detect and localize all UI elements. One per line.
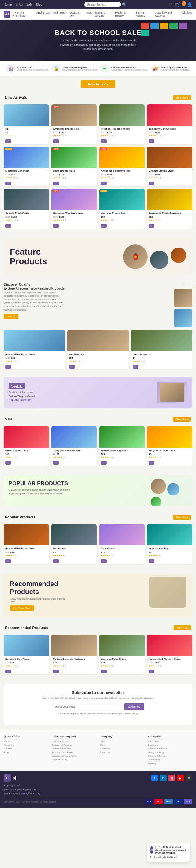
add-to-cart-button[interactable]: 🛒 xyxy=(53,182,59,185)
add-to-cart-button[interactable]: 🛒 xyxy=(132,365,139,369)
search-button[interactable]: 🔍 xyxy=(122,2,127,7)
add-to-cart-button[interactable]: 🛒 xyxy=(5,140,11,143)
wishlist-button[interactable]: ♡ xyxy=(93,148,95,151)
cat-sports[interactable]: Sports & Leisure xyxy=(94,11,112,17)
footer-link[interactable]: Blog xyxy=(100,744,144,746)
wishlist-icon[interactable]: ♡ xyxy=(169,2,173,7)
cart-icon[interactable]: 🛒2 xyxy=(175,2,185,7)
add-to-cart-button[interactable]: 🛒 xyxy=(149,140,154,143)
wishlist-button[interactable]: ♡ xyxy=(45,190,48,193)
footer-link[interactable]: Spaces & Leisure xyxy=(148,755,192,757)
footer-link[interactable]: Bedroom xyxy=(148,744,192,746)
add-to-cart-button[interactable]: 🛒 xyxy=(101,559,107,563)
cat-clothing[interactable]: Clothing xyxy=(182,11,192,17)
add-to-cart-button[interactable]: 🛒 xyxy=(149,224,154,227)
view-all-button[interactable]: View All xyxy=(4,314,18,319)
add-to-cart-button[interactable]: 🛒 xyxy=(5,461,11,465)
wishlist-button[interactable]: ♡ xyxy=(45,427,48,431)
add-to-cart-button[interactable]: 🛒 xyxy=(101,224,107,227)
wishlist-button[interactable]: ♡ xyxy=(188,525,191,529)
footer-link[interactable]: Lighting xyxy=(148,762,192,765)
sale-see-more[interactable]: See More xyxy=(173,417,191,422)
popular-see-more[interactable]: See More xyxy=(173,515,191,520)
wishlist-button[interactable]: ♡ xyxy=(93,106,95,109)
recommended-get-btn[interactable]: Get Them Now! xyxy=(10,606,34,611)
footer-link[interactable]: Warranty & Conditions xyxy=(52,755,96,757)
cat-technology[interactable]: Technology xyxy=(53,11,67,17)
wishlist-button[interactable]: ♡ xyxy=(141,190,143,193)
add-to-cart-button[interactable]: 🛒 xyxy=(5,182,11,185)
footer-link[interactable]: Warranty xyxy=(100,747,144,750)
cat-deals[interactable]: Deals & DIY xyxy=(70,11,83,17)
footer-link[interactable]: Terms & Conditions xyxy=(52,751,96,754)
add-to-cart-button[interactable]: 🛒 xyxy=(101,140,107,143)
discover-wishlist[interactable]: ♡ xyxy=(174,283,192,287)
cat-toys[interactable]: Toys xyxy=(86,11,91,17)
add-to-cart-button[interactable]: 🛒 xyxy=(53,461,59,465)
wishlist-button[interactable]: ♡ xyxy=(125,331,127,335)
add-to-cart-button[interactable]: 🛒 xyxy=(53,670,59,673)
social-youtube-icon[interactable]: ▶ xyxy=(177,775,184,781)
wishlist-button[interactable]: ♡ xyxy=(188,106,191,109)
newsletter-subscribe-button[interactable]: Subscribe xyxy=(124,703,144,710)
account-icon[interactable]: 👤 xyxy=(187,2,192,7)
nav-blog[interactable]: Blog xyxy=(36,3,42,6)
footer-link[interactable]: Technology xyxy=(148,758,192,761)
add-to-cart-button[interactable]: 🛒 xyxy=(149,670,154,673)
cat-health[interactable]: Health & Beauty xyxy=(115,11,132,17)
wishlist-button[interactable]: ♡ xyxy=(61,331,64,335)
newsletter-email-input[interactable] xyxy=(52,703,122,710)
add-to-cart-button[interactable]: 🛒 xyxy=(5,224,11,227)
footer-link[interactable]: Delivery & Returns xyxy=(52,744,96,746)
add-to-cart-button[interactable]: 🛒 xyxy=(53,140,59,143)
footer-link[interactable]: Privacy Policy xyxy=(52,758,96,761)
social-linkedin-icon[interactable]: in xyxy=(160,775,167,781)
wishlist-button[interactable]: ♡ xyxy=(93,190,95,193)
add-to-cart-button[interactable]: 🛒 xyxy=(101,182,107,185)
add-to-cart-button[interactable]: 🛒 xyxy=(101,670,107,673)
cat-jewellery[interactable]: Jewellery and watches xyxy=(155,11,179,17)
footer-link[interactable]: Garden & Leisure xyxy=(148,747,192,750)
footer-link[interactable]: About Us xyxy=(100,751,144,754)
new-arrivals-see-more[interactable]: See More xyxy=(173,95,191,100)
cat-appliances[interactable]: Appliances xyxy=(36,11,50,17)
wishlist-button[interactable]: ♡ xyxy=(188,636,191,639)
wishlist-button[interactable]: ♡ xyxy=(141,427,143,431)
add-to-cart-button[interactable]: 🛒 xyxy=(53,224,59,227)
add-to-cart-button[interactable]: 🛒 xyxy=(149,182,154,185)
social-instagram-icon[interactable]: ig xyxy=(168,775,175,781)
wishlist-button[interactable]: ♡ xyxy=(93,427,95,431)
footer-link[interactable]: Living & Dining xyxy=(148,751,192,754)
wishlist-button[interactable]: ♡ xyxy=(141,636,143,639)
footer-link[interactable]: Blog xyxy=(4,751,48,754)
new-arrivals-button[interactable]: New Arrivals xyxy=(81,81,115,88)
wishlist-button[interactable]: ♡ xyxy=(141,525,143,529)
nav-sale[interactable]: Sale xyxy=(26,3,33,6)
footer-link[interactable]: Orders & Returns xyxy=(52,747,96,750)
cat-baby[interactable]: Baby & Nursery xyxy=(135,11,152,17)
add-to-cart-button[interactable]: 🛒 xyxy=(149,559,154,563)
wishlist-button[interactable]: ♡ xyxy=(93,636,95,639)
wishlist-button[interactable]: ♡ xyxy=(141,106,143,109)
wishlist-button[interactable]: ♡ xyxy=(188,427,191,431)
footer-link[interactable]: Payment Types xyxy=(52,740,96,743)
wishlist-button[interactable]: ♡ xyxy=(141,148,143,151)
footer-link[interactable]: Home xyxy=(4,740,48,743)
nav-home[interactable]: Home xyxy=(4,3,12,6)
footer-link[interactable]: FAQ xyxy=(100,740,144,743)
add-to-cart-button[interactable]: 🛒 xyxy=(149,461,154,465)
social-facebook-icon[interactable]: f xyxy=(151,775,158,781)
wishlist-button[interactable]: ♡ xyxy=(45,148,48,151)
wishlist-button[interactable]: ♡ xyxy=(188,148,191,151)
add-to-cart-button[interactable]: 🛒 xyxy=(53,559,59,563)
footer-link[interactable]: Bathroom xyxy=(148,740,192,743)
add-to-cart-button[interactable]: 🛒 xyxy=(5,670,11,673)
wishlist-button[interactable]: ♡ xyxy=(188,331,191,335)
footer-link[interactable]: About Us xyxy=(4,744,48,746)
add-to-cart-button[interactable]: 🛒 xyxy=(5,559,11,563)
search-input[interactable] xyxy=(84,2,121,7)
footer-link[interactable]: Contact xyxy=(4,747,48,750)
add-to-cart-button[interactable]: 🛒 xyxy=(69,365,75,369)
add-to-cart-button[interactable]: 🛒 xyxy=(101,461,107,465)
recommended-see-more[interactable]: See Now xyxy=(174,625,191,630)
